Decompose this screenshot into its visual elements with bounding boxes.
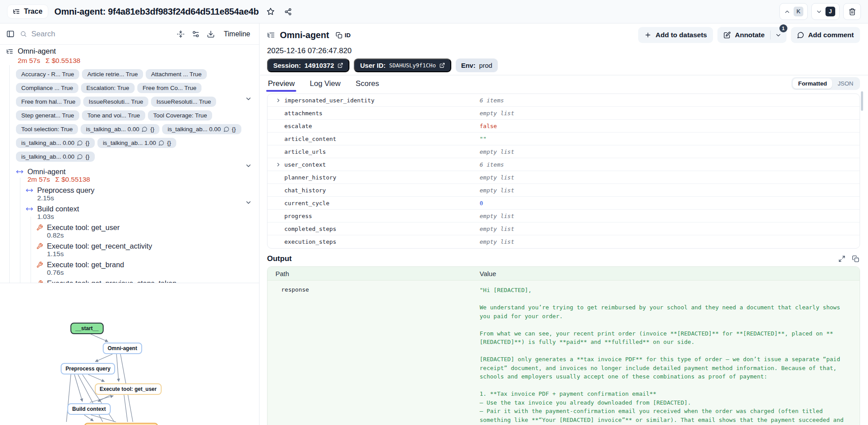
preview-row-execution_steps[interactable]: execution_stepsempty list <box>267 235 860 248</box>
preview-row-impersonated_user_identity[interactable]: impersonated_user_identity6 items <box>267 94 860 107</box>
tab-preview[interactable]: Preview <box>267 75 295 92</box>
tree-item-omni-agent[interactable]: Omni-agent2m 57sΣ $0.55138 <box>6 168 259 183</box>
collapse-sidebar-button[interactable] <box>6 30 15 38</box>
trash-icon <box>849 8 856 16</box>
sidebar-toolbar: Timeline <box>0 23 259 45</box>
score-badge-json: {} <box>232 126 236 133</box>
score-badge[interactable]: Free from Co... True <box>137 83 202 93</box>
add-to-datasets-button[interactable]: Add to datasets <box>638 27 713 43</box>
output-path-header: Path <box>267 270 480 277</box>
next-trace-button[interactable]: J <box>811 3 840 20</box>
preview-value: 0 <box>480 200 483 207</box>
copy-id-button[interactable]: ID <box>336 32 351 39</box>
tab-log-view[interactable]: Log View <box>309 75 341 92</box>
graph-node-preprocess-query[interactable]: Preprocess query <box>61 363 115 374</box>
score-badge[interactable]: is_talking_ab... 0.00{} <box>16 138 95 148</box>
graph-node-omni-agent[interactable]: Omni-agent <box>103 343 142 354</box>
copy-output-button[interactable] <box>852 255 859 262</box>
format-formatted[interactable]: Formatted <box>793 78 832 89</box>
scrollbar-thumb[interactable] <box>861 91 863 111</box>
tree-item-execute-tool-get-recent-activity[interactable]: Execute tool: get_recent_activity1.15s <box>6 242 259 257</box>
view-settings-button[interactable] <box>191 29 201 39</box>
score-badge[interactable]: Escalation: True <box>81 83 135 93</box>
score-badge-label: is_talking_ab... 0.00 <box>21 153 74 160</box>
preview-row-article_urls[interactable]: article_urlsempty list <box>267 145 860 158</box>
preview-row-escalate[interactable]: escalatefalse <box>267 120 860 133</box>
search-input[interactable] <box>31 30 170 39</box>
tree-item-execute-tool-get-user[interactable]: Execute tool: get_user0.82s <box>6 223 259 239</box>
annotate-button-group: Annotate 1 <box>717 27 786 43</box>
preview-row-completed_steps[interactable]: completed_stepsempty list <box>267 222 860 235</box>
previous-trace-button[interactable]: K <box>779 3 808 20</box>
score-badge-label: Attachment ... True <box>151 71 202 78</box>
score-badge[interactable]: IssueResoluti... True <box>83 97 148 107</box>
share-button[interactable] <box>283 6 294 17</box>
score-badges: Accuracy - R... TrueArticle retrie... Tr… <box>16 68 259 163</box>
preview-value: empty list <box>480 174 514 181</box>
root-cost: Σ $0.55138 <box>46 57 81 65</box>
session-pill[interactable]: Session: 14910372 <box>267 58 349 72</box>
preview-row-attachments[interactable]: attachmentsempty list <box>267 107 860 120</box>
score-badge[interactable]: Compliance ... True <box>16 83 78 93</box>
share-icon <box>284 8 292 16</box>
expand-row-icon[interactable] <box>275 97 281 103</box>
expand-output-button[interactable] <box>838 255 845 262</box>
tree-item-execute-tool-get-brand[interactable]: Execute tool: get_brand0.76s <box>6 261 259 276</box>
score-badge[interactable]: Step generat... True <box>16 110 79 121</box>
tree-item-build-context[interactable]: Build context1.03s <box>6 205 259 220</box>
preview-row-article_content[interactable]: article_content"" <box>267 133 860 145</box>
collapse-all-button[interactable] <box>176 29 186 39</box>
collapse-agent-button[interactable] <box>245 162 252 169</box>
preview-value: 6 items <box>480 161 504 168</box>
preview-row-planner_history[interactable]: planner_historyempty list <box>267 171 860 184</box>
timeline-toggle[interactable]: Timeline <box>221 28 253 40</box>
graph-node--start-[interactable]: __start__ <box>70 323 104 334</box>
preview-row-current_cycle[interactable]: current_cycle0 <box>267 197 860 210</box>
score-badge[interactable]: Accuracy - R... True <box>16 69 79 79</box>
collapse-build-context-button[interactable] <box>245 199 252 206</box>
trace-timestamp: 2025-12-16 07:26:47.820 <box>260 47 868 55</box>
tab-scores[interactable]: Scores <box>355 75 380 92</box>
preview-key: article_urls <box>284 148 326 155</box>
annotate-button[interactable]: Annotate <box>717 27 770 43</box>
score-badge[interactable]: is_talking_ab... 0.00{} <box>16 152 95 162</box>
graph-node-clipped[interactable] <box>84 423 158 425</box>
user-id-pill[interactable]: User ID: SDAHUSLy9f1CHo <box>354 58 451 72</box>
score-badge[interactable]: is_talking_ab... 1.00{} <box>97 138 176 148</box>
delete-trace-button[interactable] <box>843 3 861 20</box>
score-badge[interactable]: Article retrie... True <box>82 69 143 79</box>
preview-row-progress[interactable]: progressempty list <box>267 210 860 222</box>
download-button[interactable] <box>206 29 216 39</box>
score-badge[interactable]: Attachment ... True <box>146 69 207 79</box>
score-badge[interactable]: Tool Coverage: True <box>148 110 213 121</box>
panel-left-icon <box>6 30 15 38</box>
format-json[interactable]: JSON <box>832 78 859 89</box>
expand-row-icon[interactable] <box>275 162 281 168</box>
comment-bubble-icon <box>224 126 229 132</box>
score-badge[interactable]: Free from hal... True <box>16 97 81 107</box>
add-comment-button[interactable]: Add comment <box>791 27 860 43</box>
tree-item-preprocess-query[interactable]: Preprocess query2.15s <box>6 186 259 202</box>
trace-badge: Trace <box>7 4 48 19</box>
page-title: Omni-agent: 9f4a81eb3df983f24d64d511e854… <box>54 7 259 17</box>
bookmark-button[interactable] <box>265 6 276 17</box>
score-badge[interactable]: IssueResoluti... True <box>151 97 216 107</box>
preview-row-user_context[interactable]: user_context6 items <box>267 158 860 171</box>
copy-icon <box>852 255 859 262</box>
preview-key: execution_steps <box>284 238 336 245</box>
chevron-down-icon <box>245 162 252 169</box>
preview-row-chat_history[interactable]: chat_historyempty list <box>267 184 860 197</box>
graph-node-execute-tool-get-user[interactable]: Execute tool: get_user <box>95 383 162 395</box>
score-badge[interactable]: Tone and voi... True <box>82 110 145 121</box>
chevron-down-icon <box>245 95 252 102</box>
tree-root-row[interactable]: Omni-agent <box>6 47 259 55</box>
score-badge[interactable]: is_talking_ab... 0.00{} <box>162 124 241 134</box>
score-badge[interactable]: Tool selection: True <box>16 124 78 134</box>
graph-node-build-context[interactable]: Build context <box>67 403 111 415</box>
collapse-root-button[interactable] <box>245 95 252 102</box>
trace-tree-icon <box>13 8 20 15</box>
span-name: Execute tool: get_recent_activity <box>47 242 152 250</box>
tree-item-execute-tool-get-previous-steps-taken[interactable]: Execute tool: get_previous_steps_taken1.… <box>6 279 259 283</box>
score-badge[interactable]: is_talking_ab... 0.00{} <box>81 124 159 134</box>
span-icon <box>26 187 33 194</box>
